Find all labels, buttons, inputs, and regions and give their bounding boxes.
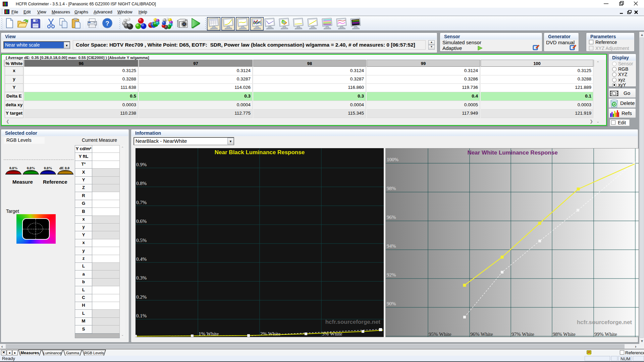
svg-text:100%: 100% xyxy=(387,157,398,162)
svg-text:94%: 94% xyxy=(387,243,396,249)
svg-text:0.7%: 0.7% xyxy=(136,200,147,205)
svg-text:98%: 98% xyxy=(387,186,396,191)
svg-text:0.5%: 0.5% xyxy=(136,238,147,243)
svg-text:hcfr.sourceforge.net: hcfr.sourceforge.net xyxy=(577,319,632,325)
svg-text:95% White: 95% White xyxy=(429,331,451,337)
svg-text:98% White: 98% White xyxy=(553,331,576,337)
svg-text:0.4%: 0.4% xyxy=(136,256,147,262)
svg-text:Luminance: Luminance xyxy=(43,351,61,355)
svg-text:92%: 92% xyxy=(387,272,396,278)
svg-text:0.8%: 0.8% xyxy=(136,181,147,186)
svg-text:Measures: Measures xyxy=(20,351,39,355)
svg-text:Near Black Luminance Response: Near Black Luminance Response xyxy=(215,149,305,156)
svg-text:2% White: 2% White xyxy=(260,331,280,337)
svg-text:0.3%: 0.3% xyxy=(136,275,147,281)
svg-text:Gamma: Gamma xyxy=(66,351,79,355)
svg-text:0.9%: 0.9% xyxy=(136,162,147,167)
svg-text:Near White Luminance Response: Near White Luminance Response xyxy=(467,149,557,156)
svg-text:hcfr.sourceforge.net: hcfr.sourceforge.net xyxy=(325,319,381,325)
svg-text:0.6%: 0.6% xyxy=(136,219,147,224)
svg-text:90%: 90% xyxy=(387,301,396,306)
svg-text:?: ? xyxy=(105,20,109,27)
svg-text:99% White: 99% White xyxy=(594,331,617,337)
svg-text:96% White: 96% White xyxy=(470,331,493,337)
svg-text:0.2%: 0.2% xyxy=(136,294,147,300)
svg-text:97% White: 97% White xyxy=(512,331,534,337)
svg-text:96%: 96% xyxy=(387,215,396,220)
svg-text:RGB Levels: RGB Levels xyxy=(84,351,104,355)
svg-text:0.1%: 0.1% xyxy=(136,313,147,318)
